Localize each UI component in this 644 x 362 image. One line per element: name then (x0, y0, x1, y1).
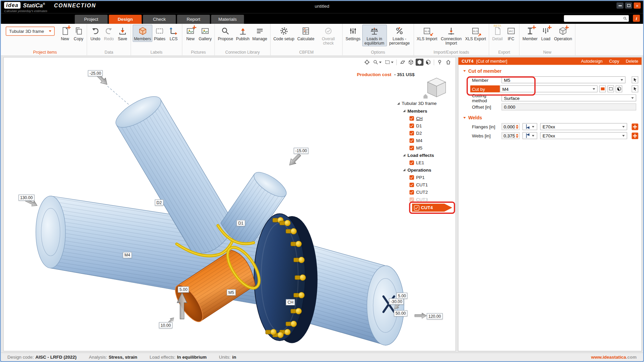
section-welds[interactable]: Welds (459, 112, 642, 122)
maximize-button[interactable] (625, 2, 632, 8)
autodesign-button[interactable]: Autodesign (581, 59, 602, 64)
save-button[interactable]: Save (116, 24, 129, 42)
overall-check-button[interactable]: Overall check (316, 24, 340, 46)
tab-project[interactable]: Project (75, 15, 108, 24)
tree-group-operations[interactable]: Operations (397, 166, 454, 174)
tree-item-m5[interactable]: M5 (397, 144, 454, 152)
webs-size-input[interactable]: 0.375 (501, 132, 515, 139)
propose-button[interactable]: Propose (217, 24, 234, 42)
checkbox-checked[interactable] (410, 175, 414, 179)
member-picker-button[interactable] (632, 76, 638, 83)
tree-root[interactable]: Tubular 3D frame (397, 100, 454, 107)
tab-check[interactable]: Check (143, 15, 176, 24)
cube-wire-icon[interactable] (407, 59, 415, 66)
copy-operation-button[interactable]: Copy (609, 59, 619, 64)
tab-materials[interactable]: Materials (211, 15, 244, 24)
plane-icon[interactable] (398, 59, 406, 66)
cut-grid-button[interactable] (616, 85, 623, 93)
calculate-button[interactable]: Calculate (296, 24, 316, 42)
info-button[interactable]: i (633, 15, 640, 22)
member-dropdown[interactable]: M5 (501, 76, 626, 83)
tree-group-members[interactable]: Members (397, 107, 454, 115)
checkbox-checked[interactable] (410, 123, 414, 128)
flanges-spinner[interactable] (515, 123, 520, 130)
tab-report[interactable]: Report (177, 15, 210, 24)
plates-labels-toggle[interactable]: Plates (153, 24, 166, 42)
expander-icon[interactable] (403, 169, 405, 171)
tree-item-d1[interactable]: D1 (397, 122, 454, 129)
new-member-button[interactable]: Member (521, 24, 539, 42)
pin-icon[interactable] (436, 59, 443, 66)
tree-item-cut2[interactable]: CUT2 (397, 188, 454, 196)
zoom-icon[interactable] (372, 59, 383, 66)
member-label-m5[interactable]: M5 (227, 289, 236, 295)
members-labels-toggle[interactable]: Members (133, 24, 152, 42)
manage-button[interactable]: Manage (251, 24, 269, 42)
cut-by-picker-button[interactable] (632, 85, 638, 93)
target-icon[interactable] (363, 59, 371, 66)
undo-button[interactable]: Undo (89, 24, 102, 42)
cut-by-dropdown[interactable]: M4 (500, 85, 597, 93)
cut-preview-button[interactable] (599, 85, 606, 93)
webs-weld-type-dropdown[interactable] (523, 132, 537, 139)
checkbox-checked[interactable] (410, 131, 414, 135)
frame-type-dropdown[interactable]: Tubular 3D frame (6, 27, 55, 36)
checkbox-checked[interactable] (410, 138, 414, 142)
view-cube[interactable] (423, 76, 450, 100)
tab-design[interactable]: Design (109, 15, 142, 24)
redo-button[interactable]: Redo (102, 24, 115, 42)
member-label-ch[interactable]: CH (286, 299, 295, 305)
expander-icon[interactable] (403, 154, 405, 156)
flanges-weld-type-dropdown[interactable] (523, 123, 537, 130)
webs-spinner[interactable] (515, 132, 520, 139)
new-operation-button[interactable]: Operation (553, 24, 573, 42)
expander-icon[interactable] (397, 102, 399, 105)
member-label-m4[interactable]: M4 (123, 252, 132, 258)
member-label-d2[interactable]: D2 (155, 199, 163, 205)
checkbox-checked[interactable] (410, 116, 414, 120)
connection-import-button[interactable]: Connection Import (439, 24, 463, 46)
tree-group-load-effects[interactable]: Load effects (397, 152, 454, 159)
ifc-export-button[interactable]: IFC (504, 24, 518, 42)
settings-button[interactable]: Settings (344, 24, 362, 42)
expander-icon[interactable] (403, 110, 405, 112)
offset-input[interactable]: 0.000 (501, 104, 636, 111)
website-link[interactable]: www.ideastatica.com (591, 355, 637, 360)
copy-project-item-button[interactable]: Copy (72, 24, 85, 42)
new-load-button[interactable]: Load (539, 24, 552, 42)
close-button[interactable]: × (634, 2, 641, 8)
new-picture-button[interactable]: New (184, 24, 197, 42)
checkbox-checked[interactable] (410, 197, 414, 201)
flanges-size-input[interactable]: 0.000 (501, 123, 515, 130)
cutting-method-dropdown[interactable]: Surface (501, 95, 636, 102)
cube-faces-icon[interactable] (424, 59, 432, 66)
checkbox-checked[interactable] (410, 190, 414, 194)
gallery-button[interactable]: Gallery (198, 24, 213, 42)
add-flange-weld-button[interactable] (632, 123, 638, 130)
search-box[interactable] (564, 15, 629, 22)
tree-item-pp1[interactable]: PP1 (397, 174, 454, 181)
tree-item-le1[interactable]: LE1 (397, 159, 454, 166)
search-input[interactable] (566, 15, 623, 21)
3d-viewport[interactable]: Production cost - 351 US$ M4 D2 D1 M5 CH… (3, 57, 456, 351)
tree-item-ch[interactable]: CH (397, 115, 454, 122)
checkbox-checked[interactable] (410, 160, 414, 165)
tree-item-cut4-selected[interactable]: CUT4 (412, 203, 452, 212)
loads-percentage-toggle[interactable]: Loads - percentage (387, 24, 412, 46)
new-project-item-button[interactable]: New (58, 24, 71, 42)
checkbox-checked[interactable] (410, 182, 414, 187)
delete-operation-button[interactable]: Delete (626, 59, 638, 64)
3d-scene[interactable] (4, 57, 455, 351)
tree-item-cut1[interactable]: CUT1 (397, 181, 454, 188)
section-cut-of-member[interactable]: Cut of member (459, 65, 642, 75)
minimize-button[interactable] (616, 2, 624, 8)
xls-import-button[interactable]: XLS Import (416, 24, 439, 42)
member-label-d1[interactable]: D1 (236, 220, 245, 226)
xls-export-button[interactable]: XLS Export (464, 24, 487, 42)
rect-select-icon[interactable] (384, 59, 395, 66)
checkbox-checked[interactable] (415, 205, 419, 210)
loads-in-equilibrium-toggle[interactable]: Loads in equilibrium (362, 24, 386, 46)
webs-electrode-dropdown[interactable]: E70xx (540, 132, 627, 139)
add-web-weld-button[interactable] (632, 132, 638, 139)
lcs-labels-toggle[interactable]: LCS (167, 24, 180, 42)
